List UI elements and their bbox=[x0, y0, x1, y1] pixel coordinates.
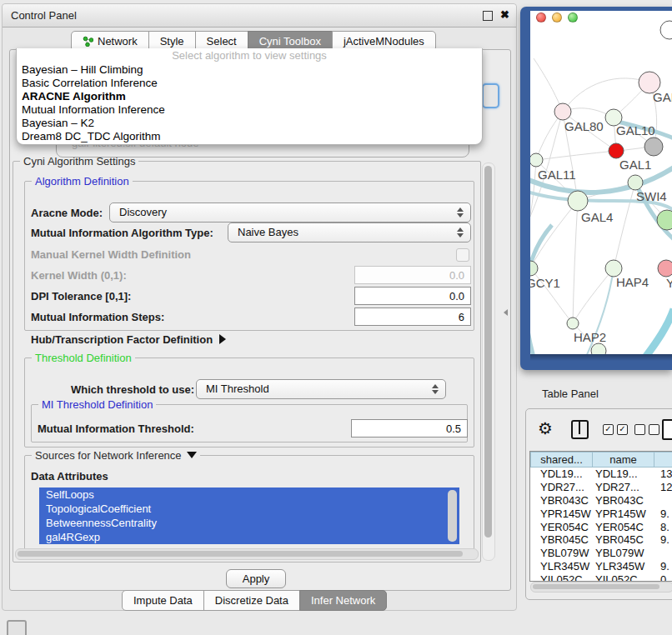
split-columns-icon[interactable] bbox=[571, 420, 589, 439]
dpi-tolerance-field[interactable]: 0.0 bbox=[354, 287, 471, 305]
tab-impute-data[interactable]: Impute Data bbox=[122, 590, 204, 611]
mi-steps-value: 6 bbox=[459, 311, 464, 323]
unchecked-boxes-icon[interactable] bbox=[634, 424, 659, 435]
table-hscrollbar-track[interactable] bbox=[530, 582, 672, 592]
hub-definition-label: Hub/Transcription Factor Definition bbox=[31, 333, 213, 346]
float-window-icon[interactable] bbox=[483, 11, 493, 21]
gear-icon[interactable]: ⚙ bbox=[538, 418, 553, 438]
algorithm-definition-title: Algorithm Definition bbox=[32, 175, 133, 188]
network-edge[interactable] bbox=[536, 151, 616, 160]
data-attributes-label: Data Attributes bbox=[31, 470, 108, 482]
network-node-gray-node[interactable] bbox=[644, 138, 663, 156]
node-label-gal11: GAL11 bbox=[538, 168, 576, 182]
table-cell: YLR345W bbox=[593, 560, 654, 573]
table-cell: YER054C bbox=[593, 521, 654, 534]
panel-toggle-icon[interactable] bbox=[7, 620, 27, 635]
column-header-a[interactable]: A bbox=[654, 452, 672, 468]
node-table[interactable]: shared...nameA YDL19...YDL19...13YDR27..… bbox=[529, 451, 672, 582]
network-node-hap4[interactable] bbox=[605, 260, 622, 277]
table-cell: 8. bbox=[654, 521, 672, 534]
settings-vscrollbar-thumb[interactable] bbox=[484, 166, 492, 538]
mi-type-select[interactable]: Naive Bayes bbox=[228, 222, 471, 242]
table-row[interactable]: YER054CYER054C8. bbox=[530, 521, 672, 534]
mac-minimize-icon[interactable] bbox=[552, 12, 562, 22]
table-row[interactable]: YDL19...YDL19...13 bbox=[530, 468, 672, 481]
node-label-gal1: GAL1 bbox=[619, 158, 651, 172]
aracne-mode-select[interactable]: Discovery bbox=[109, 202, 471, 222]
network-edge[interactable] bbox=[642, 309, 672, 354]
node-label-gal80: GAL80 bbox=[564, 119, 604, 133]
algorithm-option-mutual-information-inference[interactable]: Mutual Information Inference bbox=[17, 103, 482, 117]
network-node-gal1[interactable] bbox=[609, 143, 624, 158]
table-hscrollbar-thumb[interactable] bbox=[533, 584, 659, 589]
network-node-gal80[interactable] bbox=[554, 103, 571, 120]
network-edge[interactable] bbox=[573, 201, 578, 323]
attribute-item-topologicalcoefficient[interactable]: TopologicalCoefficient bbox=[39, 502, 459, 516]
table-row[interactable]: YDR27...YDR27...12 bbox=[530, 481, 672, 494]
attribute-item-selfloops[interactable]: SelfLoops bbox=[39, 488, 459, 502]
mi-threshold-field[interactable]: 0.5 bbox=[351, 419, 468, 438]
algorithm-option-bayesian-hill-climbing[interactable]: Bayesian – Hill Climbing bbox=[17, 63, 482, 77]
tab-infer-network[interactable]: Infer Network bbox=[299, 590, 387, 611]
manual-kernel-label: Manual Kernel Width Definition bbox=[31, 248, 191, 261]
table-cell: 9. bbox=[654, 533, 672, 547]
network-edge[interactable] bbox=[534, 58, 563, 112]
network-canvas[interactable]: GALGAL80GAL10GAL1GAL11SWI4GAL4GCY1HAP4YH… bbox=[530, 11, 672, 354]
algorithm-option-dream8-dc-tdc-algorithm[interactable]: Dream8 DC_TDC Algorithm bbox=[17, 130, 482, 143]
network-node-gal11[interactable] bbox=[530, 153, 543, 167]
table-cell: YIL052C bbox=[530, 573, 593, 582]
column-header-name[interactable]: name bbox=[593, 452, 654, 468]
network-node-corner-node[interactable] bbox=[660, 21, 672, 39]
network-node-gal4[interactable] bbox=[568, 191, 588, 211]
algorithm-option-basic-correlation-inference[interactable]: Basic Correlation Inference bbox=[17, 77, 482, 90]
network-node-bottom-node[interactable] bbox=[591, 343, 606, 354]
table-row[interactable]: YBR043CYBR043C bbox=[530, 494, 672, 508]
mi-steps-field[interactable]: 6 bbox=[354, 308, 471, 326]
network-edge[interactable] bbox=[614, 182, 635, 268]
apply-button[interactable]: Apply bbox=[226, 569, 286, 588]
settings-hscrollbar-track[interactable] bbox=[15, 548, 479, 560]
tab-discretize-data[interactable]: Discretize Data bbox=[203, 590, 300, 611]
table-row[interactable]: YPR145WYPR145W9. bbox=[530, 508, 672, 521]
mac-close-icon[interactable] bbox=[536, 12, 546, 22]
mac-zoom-icon[interactable] bbox=[568, 12, 578, 22]
network-node-pink-right[interactable] bbox=[658, 260, 672, 277]
attributes-scrollbar[interactable] bbox=[448, 490, 457, 542]
divider-collapse-icon[interactable] bbox=[504, 309, 508, 316]
column-header-shared[interactable]: shared... bbox=[530, 452, 593, 468]
algorithm-option-aracne-algorithm[interactable]: ARACNE Algorithm bbox=[17, 90, 482, 103]
close-icon[interactable]: ✖ bbox=[500, 8, 509, 21]
table-row[interactable]: YBL079WYBL079W bbox=[530, 547, 672, 560]
network-edge[interactable] bbox=[530, 160, 536, 254]
attribute-item-gal4rgexp[interactable]: gal4RGexp bbox=[39, 530, 459, 544]
table-row[interactable]: YLR345WYLR345W9. bbox=[530, 560, 672, 573]
network-node-hap2[interactable] bbox=[567, 318, 579, 329]
network-edge[interactable] bbox=[563, 78, 649, 112]
algorithm-option-bayesian-k2[interactable]: Bayesian – K2 bbox=[17, 117, 482, 130]
settings-hscrollbar-thumb[interactable] bbox=[18, 551, 463, 557]
network-edge[interactable] bbox=[530, 201, 578, 268]
network-node-swi4[interactable] bbox=[628, 175, 643, 190]
manual-kernel-checkbox[interactable] bbox=[456, 248, 469, 262]
mi-threshold-label: Mutual Information Threshold: bbox=[38, 422, 194, 435]
sources-title[interactable]: Sources for Network Inference bbox=[32, 449, 200, 462]
table-cell: 13 bbox=[654, 468, 672, 481]
focused-button[interactable] bbox=[482, 83, 499, 108]
kernel-width-field[interactable]: 0.0 bbox=[354, 266, 471, 284]
triangle-right-icon bbox=[219, 334, 226, 344]
network-node-green-right[interactable] bbox=[657, 210, 672, 230]
node-label-gal10: GAL10 bbox=[616, 123, 655, 138]
table-row[interactable]: YBR045CYBR045C9. bbox=[530, 533, 672, 547]
table-cell: 9. bbox=[654, 508, 672, 521]
table-row[interactable]: YIL052CYIL052C0 bbox=[530, 573, 672, 582]
data-attributes-list[interactable]: SelfLoopsTopologicalCoefficientBetweenne… bbox=[39, 488, 459, 544]
which-threshold-select[interactable]: MI Threshold bbox=[196, 379, 446, 399]
network-window: GALGAL80GAL10GAL1GAL11SWI4GAL4GCY1HAP4YH… bbox=[520, 7, 672, 370]
checked-boxes-icon[interactable]: ✓✓ bbox=[603, 424, 628, 435]
hub-definition-expander[interactable]: Hub/Transcription Factor Definition bbox=[31, 333, 226, 346]
network-node-gcy1[interactable] bbox=[530, 261, 538, 276]
attribute-item-betweennesscentrality[interactable]: BetweennessCentrality bbox=[39, 516, 459, 530]
document-icon[interactable] bbox=[662, 419, 672, 440]
tab-label: Select bbox=[207, 35, 237, 48]
settings-vscrollbar-track[interactable] bbox=[482, 162, 495, 561]
